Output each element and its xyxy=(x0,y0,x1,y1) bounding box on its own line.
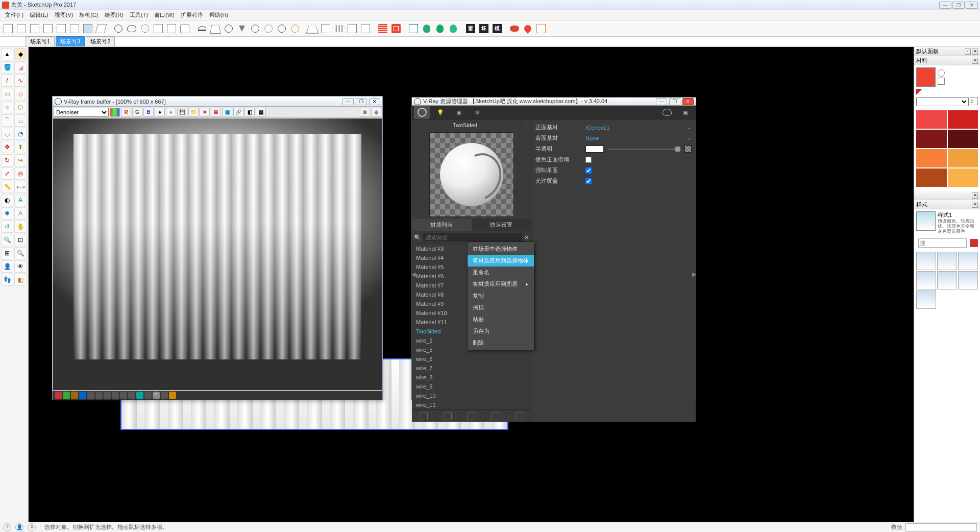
tape-tool[interactable]: 📏 xyxy=(1,181,13,193)
vae-maximize-button[interactable]: ❐ xyxy=(669,98,680,105)
vfb-g-button[interactable]: G xyxy=(132,108,142,117)
light-ies-icon[interactable] xyxy=(249,22,261,35)
vray-render-icon[interactable] xyxy=(112,22,125,35)
prev-view-tool[interactable]: 🔍 xyxy=(14,247,27,259)
style-thumb-4[interactable] xyxy=(916,271,936,289)
pushpull-tool[interactable]: ⬆ xyxy=(14,141,27,153)
panel-divider[interactable]: ✕ xyxy=(914,191,980,200)
material-item[interactable]: wire_8 xyxy=(412,373,531,382)
toolbar-new[interactable] xyxy=(2,22,14,35)
vae-tab-settings[interactable]: ⚙ xyxy=(469,106,485,119)
vfb-sb-13[interactable]: H xyxy=(153,392,160,399)
vfb-b-button[interactable]: B xyxy=(143,108,154,117)
measure-input[interactable] xyxy=(905,523,977,531)
left-collapse-icon[interactable]: ◀ xyxy=(411,271,415,278)
context-menu-item[interactable]: 另存为 xyxy=(468,325,534,337)
menu-file[interactable]: 文件(F) xyxy=(2,10,27,20)
vfb-sb-5[interactable] xyxy=(87,392,94,399)
menu-extensions[interactable]: 扩展程序 xyxy=(178,10,206,20)
translucency-slider[interactable] xyxy=(608,149,680,150)
translucency-map-icon[interactable] xyxy=(684,146,692,153)
rect-tool[interactable]: ▭ xyxy=(1,88,13,100)
menu-edit[interactable]: 编辑(E) xyxy=(27,10,52,20)
vae-minimize-button[interactable]: — xyxy=(656,98,667,105)
material-item[interactable]: wire_9 xyxy=(412,382,531,391)
vfb-maximize-button[interactable]: ❐ xyxy=(356,98,367,105)
light-dome-icon[interactable] xyxy=(196,22,208,35)
vfb-sb-2[interactable] xyxy=(63,392,70,399)
ext-page-icon[interactable] xyxy=(535,22,547,35)
section-tool[interactable]: ◧ xyxy=(14,274,27,286)
vfb-minimize-button[interactable]: — xyxy=(342,98,354,105)
rotate-tool[interactable]: ↻ xyxy=(1,154,13,166)
swatch-4[interactable] xyxy=(948,130,978,148)
context-menu-item[interactable]: 在场景中选择物体 xyxy=(468,243,534,255)
materials-panel-header[interactable]: 材料 ✕ xyxy=(914,56,980,65)
styles-panel-header[interactable]: 样式 ✕ xyxy=(914,200,980,209)
pan-tool[interactable]: ✋ xyxy=(14,221,27,233)
vray-viewport-icon[interactable] xyxy=(152,22,164,35)
save-material-icon[interactable] xyxy=(467,412,475,420)
swatch-7[interactable] xyxy=(916,168,947,187)
divider-close-icon[interactable]: ✕ xyxy=(972,192,978,199)
style-thumb-3[interactable] xyxy=(958,252,978,270)
style-go-icon[interactable] xyxy=(970,239,978,247)
close-button[interactable]: ✕ xyxy=(966,2,978,9)
material-context-menu[interactable]: 在场景中选择物体将材质应用到选择物体重命名将材质应用到图层▸复制拷贝粘贴另存为删… xyxy=(467,241,534,350)
vfb-sb-12[interactable] xyxy=(144,392,152,399)
vfb-render-view[interactable] xyxy=(53,118,382,390)
obj-proxy-icon[interactable] xyxy=(320,22,332,35)
ext-huai-icon[interactable]: 坏 xyxy=(478,22,490,35)
vae-tab-frame[interactable]: ▣ xyxy=(677,106,694,119)
style-thumb-7[interactable] xyxy=(916,291,936,309)
tray-pin-icon[interactable]: ▫ xyxy=(965,49,971,55)
vae-tab-materials[interactable] xyxy=(414,106,430,119)
vfb-sb-11[interactable] xyxy=(136,392,143,399)
ext-cloud-icon[interactable] xyxy=(508,22,521,35)
tray-close-icon[interactable]: ✕ xyxy=(972,49,978,55)
delete-material-icon[interactable] xyxy=(491,412,499,420)
offset-tool[interactable]: ◎ xyxy=(14,167,27,180)
vfb-sb-7[interactable] xyxy=(104,392,111,399)
obj-mesh-icon[interactable] xyxy=(359,22,372,35)
status-user-icon[interactable]: 👤 xyxy=(15,523,23,531)
ext-window-icon[interactable] xyxy=(407,22,420,35)
zoom-extents-tool[interactable]: ⊞ xyxy=(1,247,13,259)
preview-menu-icon[interactable]: ⋮ xyxy=(521,119,531,130)
material-preview[interactable] xyxy=(429,132,514,217)
vray-frame-icon[interactable] xyxy=(165,22,178,35)
ext-tree3-icon[interactable] xyxy=(447,22,459,35)
walk-tool[interactable]: 👣 xyxy=(1,274,13,286)
ext-chuang-icon[interactable]: 窗 xyxy=(464,22,477,35)
ext-target-icon[interactable] xyxy=(390,22,402,35)
vfb-region-icon[interactable]: ⊞ xyxy=(211,108,221,117)
vray-lock-icon[interactable] xyxy=(179,22,191,35)
current-material-swatch[interactable] xyxy=(916,67,936,87)
force-single-checkbox[interactable] xyxy=(585,167,592,174)
context-menu-item[interactable]: 将材质应用到图层▸ xyxy=(468,278,534,290)
vfb-link-icon[interactable]: 🔗 xyxy=(233,108,243,117)
ext-pin-icon[interactable] xyxy=(522,22,534,35)
search-clear-icon[interactable]: ✕ xyxy=(524,234,529,241)
dim-tool[interactable]: ⟷ xyxy=(14,181,27,193)
protractor-tool[interactable]: ◐ xyxy=(1,194,13,206)
scene-tab-3[interactable]: 场景号3 xyxy=(56,36,85,46)
menu-window[interactable]: 窗口(W) xyxy=(151,10,178,20)
vfb-r-button[interactable]: R xyxy=(121,108,131,117)
current-style-thumb[interactable] xyxy=(916,211,936,231)
vfb-sb-10[interactable] xyxy=(128,392,135,399)
vae-titlebar[interactable]: V-Ray 资源管理器 【SketchUp吧 汉化 www.sketchupba… xyxy=(412,98,696,106)
context-menu-item[interactable]: 拷贝 xyxy=(468,302,534,313)
freehand-tool[interactable]: ∿ xyxy=(14,75,27,87)
vfb-sb-15[interactable] xyxy=(169,392,176,399)
vray-teapot-icon[interactable] xyxy=(126,22,138,35)
look-around-tool[interactable]: 👁 xyxy=(14,260,27,273)
vfb-rgb-icon[interactable]: . xyxy=(110,108,120,117)
ext-tree1-icon[interactable] xyxy=(421,22,433,35)
menu-view[interactable]: 视图(V) xyxy=(52,10,77,20)
scale-tool[interactable]: ⤢ xyxy=(1,167,13,180)
vray-interactive-icon[interactable] xyxy=(139,22,151,35)
vfb-sb-6[interactable] xyxy=(95,392,103,399)
obj-clipper-icon[interactable] xyxy=(346,22,358,35)
prop-back-chevron-icon[interactable]: ⌄ xyxy=(687,135,692,141)
